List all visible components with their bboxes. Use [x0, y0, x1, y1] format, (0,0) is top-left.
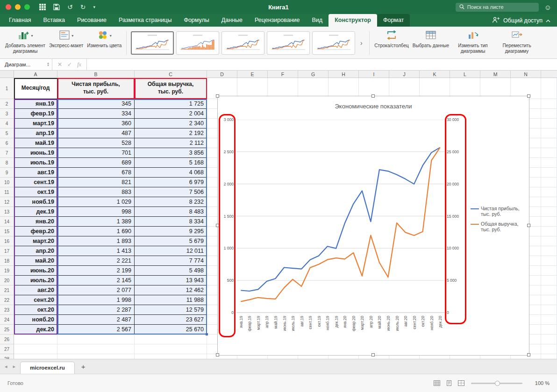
tab-Разметка страницы[interactable]: Разметка страницы: [113, 14, 178, 27]
row-header-1[interactable]: 1: [0, 78, 14, 99]
column-header-M[interactable]: M: [480, 71, 511, 78]
cell-B7[interactable]: 701: [57, 148, 135, 158]
tab-Главная[interactable]: Главная: [3, 14, 37, 27]
cell-B3[interactable]: 334: [57, 109, 135, 119]
cell-C7[interactable]: 3 856: [135, 148, 207, 158]
cell-A5[interactable]: апр.19: [14, 128, 57, 138]
cell-O17[interactable]: [541, 246, 557, 256]
cell-O23[interactable]: [541, 305, 557, 315]
tab-Конструктор[interactable]: Конструктор: [328, 14, 377, 27]
cell-B21[interactable]: 2 077: [57, 285, 135, 295]
cell-A15[interactable]: февр.20: [14, 227, 57, 236]
cell-O15[interactable]: [541, 227, 557, 236]
ribbon-button-change-chart-type[interactable]: Изменить тип диаграммы: [451, 29, 494, 57]
row-header-24[interactable]: 24: [0, 315, 14, 325]
row-header-14[interactable]: 14: [0, 217, 14, 227]
undo-icon[interactable]: ↺: [67, 4, 73, 10]
layout-view-icon[interactable]: [446, 380, 452, 386]
cell-B10[interactable]: 821: [57, 178, 135, 187]
cell-O14[interactable]: [541, 217, 557, 227]
cell-B23[interactable]: 2 287: [57, 305, 135, 315]
row-header-10[interactable]: 10: [0, 178, 14, 187]
chart-selection-handle[interactable]: [216, 94, 219, 98]
tab-prev-icon[interactable]: ◂: [5, 363, 7, 370]
row-header-27[interactable]: 27: [0, 344, 14, 354]
row-header-18[interactable]: 18: [0, 256, 14, 266]
ribbon-button-select-data[interactable]: Выбрать данные: [411, 29, 450, 57]
legend-item[interactable]: Общая выручка, тыс. руб.: [471, 221, 528, 232]
cell-C17[interactable]: 12 011: [135, 246, 207, 256]
cell-B11[interactable]: 883: [57, 187, 135, 197]
row-header-4[interactable]: 4: [0, 119, 14, 128]
cell-C14[interactable]: 8 334: [135, 217, 207, 227]
cell-O21[interactable]: [541, 285, 557, 295]
cell-C12[interactable]: 8 232: [135, 197, 207, 207]
column-header-B[interactable]: B: [57, 71, 135, 78]
row-header-5[interactable]: 5: [0, 128, 14, 138]
cell-O8[interactable]: [541, 158, 557, 168]
cell-O19[interactable]: [541, 266, 557, 276]
column-header-A[interactable]: A: [14, 71, 57, 78]
chart-selection-handle[interactable]: [527, 224, 530, 227]
cell-O11[interactable]: [541, 187, 557, 197]
cell-C21[interactable]: 12 462: [135, 285, 207, 295]
cell-B8[interactable]: 689: [57, 158, 135, 168]
cell-A6[interactable]: май.19: [14, 138, 57, 148]
cell-A4[interactable]: март.19: [14, 119, 57, 128]
tab-Вставка[interactable]: Вставка: [37, 14, 71, 27]
chart-style-thumb-2[interactable]: [176, 31, 219, 55]
save-icon[interactable]: [53, 4, 60, 10]
row-header-28[interactable]: 28: [0, 354, 14, 359]
cell-O3[interactable]: [541, 109, 557, 119]
cell-O12[interactable]: [541, 197, 557, 207]
cell-O7[interactable]: [541, 148, 557, 158]
cell-O25[interactable]: [541, 325, 557, 335]
cell-C23[interactable]: 12 579: [135, 305, 207, 315]
smiley-icon[interactable]: ☺: [544, 3, 551, 11]
cell-O26[interactable]: [541, 335, 557, 344]
column-header-D[interactable]: D: [207, 71, 237, 78]
cell-B15[interactable]: 1 690: [57, 227, 135, 236]
chart-selection-handle[interactable]: [527, 353, 530, 356]
cell-A10[interactable]: сент.19: [14, 178, 57, 187]
cell-O24[interactable]: [541, 315, 557, 325]
ribbon-button-move-chart[interactable]: Переместить диаграмму: [495, 29, 538, 57]
row-header-22[interactable]: 22: [0, 295, 14, 305]
cell-C28[interactable]: [135, 354, 207, 359]
formula-input[interactable]: [87, 59, 557, 70]
zoom-slider-knob[interactable]: [495, 381, 500, 386]
cell-A21[interactable]: авг.20: [14, 285, 57, 295]
column-header-J[interactable]: J: [389, 71, 420, 78]
cell-C16[interactable]: 5 679: [135, 236, 207, 246]
chevron-down-icon[interactable]: ▾: [93, 4, 95, 10]
cell-C5[interactable]: 2 192: [135, 128, 207, 138]
column-header-K[interactable]: K: [420, 71, 450, 78]
cell-O6[interactable]: [541, 138, 557, 148]
chart-style-thumb-3[interactable]: [221, 31, 264, 55]
chart-selection-handle[interactable]: [371, 94, 375, 98]
row-header-2[interactable]: 2: [0, 99, 14, 109]
tab-Вид[interactable]: Вид: [306, 14, 329, 27]
row-header-19[interactable]: 19: [0, 266, 14, 276]
range-fill-handle[interactable]: [206, 333, 208, 335]
column-header-G[interactable]: G: [298, 71, 328, 78]
cell-A25[interactable]: дек.20: [14, 325, 57, 335]
cell-O28[interactable]: [541, 354, 557, 359]
cell-O4[interactable]: [541, 119, 557, 128]
cell-A16[interactable]: март.20: [14, 236, 57, 246]
cell-A17[interactable]: апр.20: [14, 246, 57, 256]
row-header-21[interactable]: 21: [0, 285, 14, 295]
cell-C24[interactable]: 23 627: [135, 315, 207, 325]
cell-A9[interactable]: авг.19: [14, 168, 57, 178]
apps-grid-icon[interactable]: [39, 4, 46, 10]
cell-O16[interactable]: [541, 236, 557, 246]
cell-B4[interactable]: 360: [57, 119, 135, 128]
redo-icon[interactable]: ↻: [80, 4, 86, 10]
minimize-button[interactable]: [15, 4, 21, 10]
column-header-N[interactable]: N: [511, 71, 541, 78]
cell-C26[interactable]: [135, 335, 207, 344]
cell-C27[interactable]: [135, 344, 207, 354]
cell-O13[interactable]: [541, 207, 557, 217]
cell-O20[interactable]: [541, 276, 557, 285]
cell-A14[interactable]: янв.20: [14, 217, 57, 227]
